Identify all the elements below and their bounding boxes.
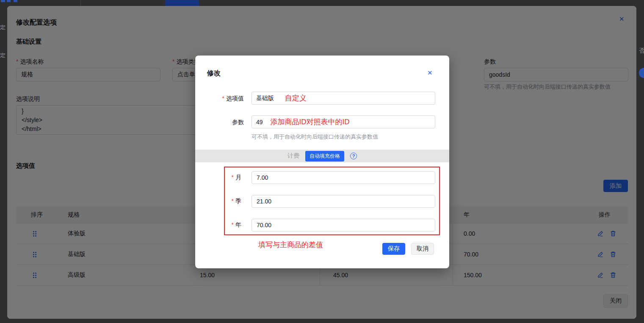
required-star: * xyxy=(222,95,224,102)
edit-modal-title: 修改 xyxy=(207,69,221,78)
edit-param-text: 49 xyxy=(256,119,263,125)
price-annotation: 填写与主商品的差值 xyxy=(258,240,323,250)
right-clipped-button xyxy=(639,68,644,78)
year-label: *年 xyxy=(229,221,241,229)
option-value-annotation: 自定义 xyxy=(285,93,307,103)
month-label: *月 xyxy=(229,174,241,181)
option-value-input[interactable]: 基础版 自定义 xyxy=(252,92,435,105)
sidebar-clipped-label: 定 xyxy=(0,24,6,31)
quarter-label: *季 xyxy=(229,198,241,205)
help-icon[interactable]: ? xyxy=(350,153,357,159)
billing-bar: 计费 自动填充价格 ? xyxy=(195,150,449,162)
save-button[interactable]: 保存 xyxy=(382,243,405,255)
topbar-icon xyxy=(1,0,5,2)
billing-label: 计费 xyxy=(287,152,299,160)
topbar-primary-button xyxy=(165,0,199,6)
month-price-input[interactable] xyxy=(252,171,435,184)
edit-param-hint: 可不填，用于自动化时向后端接口传递的真实参数值 xyxy=(252,133,378,141)
right-clipped-label: 否 xyxy=(639,47,644,55)
quarter-price-input[interactable] xyxy=(252,195,435,208)
required-star: * xyxy=(232,174,234,181)
option-value-text: 基础版 xyxy=(256,95,274,102)
topbar-divider xyxy=(80,0,81,6)
required-star: * xyxy=(232,198,234,204)
edit-modal: 修改 ✕ *选项值 基础版 自定义 参数 49 添加商品ID对照表中的ID 可不… xyxy=(195,56,449,268)
sidebar-clipped-label: 定 xyxy=(0,52,6,59)
required-star: * xyxy=(232,221,234,228)
edit-param-annotation: 添加商品ID对照表中的ID xyxy=(271,117,350,127)
edit-param-input[interactable]: 49 添加商品ID对照表中的ID xyxy=(252,115,435,128)
edit-param-label: 参数 xyxy=(212,119,244,126)
topbar-icon xyxy=(14,0,17,2)
edit-modal-close-icon[interactable]: ✕ xyxy=(427,70,433,76)
option-value-label: *选项值 xyxy=(212,95,244,103)
cancel-button[interactable]: 取消 xyxy=(411,243,434,255)
topbar-icon xyxy=(7,0,11,2)
year-price-input[interactable] xyxy=(252,219,435,231)
autofill-price-button[interactable]: 自动填充价格 xyxy=(305,151,344,162)
